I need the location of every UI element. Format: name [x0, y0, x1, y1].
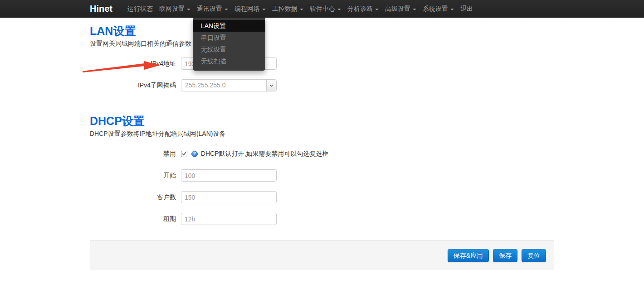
caret-down-icon	[300, 9, 303, 10]
nav-item-label: 通讯设置	[197, 5, 222, 13]
dhcp-disable-row: 禁用 ? DHCP默认打开,如果需要禁用可以勾选复选框	[90, 148, 554, 160]
nav-item-label: 退出	[460, 5, 473, 13]
dhcp-settings-section: DHCP设置 DHCP设置参数将IP地址分配给局域网(LAN)设备 禁用 ? D…	[90, 114, 554, 225]
comm-settings-dropdown: LAN设置 串口设置 无线设置 无线扫描	[193, 18, 265, 71]
nav-item-label: 系统设置	[423, 5, 448, 13]
nav-item-system-settings[interactable]: 系统设置	[420, 0, 457, 18]
caret-down-icon	[413, 9, 416, 10]
dropdown-item-wireless-settings[interactable]: 无线设置	[193, 43, 265, 55]
save-button[interactable]: 保存	[493, 249, 517, 262]
nav-item-logout[interactable]: 退出	[457, 0, 476, 18]
dhcp-clients-input[interactable]	[181, 191, 277, 203]
caret-down-icon	[375, 9, 379, 10]
dhcp-disable-checkbox[interactable]	[181, 151, 187, 157]
chevron-down-icon	[266, 80, 276, 91]
dropdown-item-wireless-scan[interactable]: 无线扫描	[193, 55, 265, 67]
red-arrow-annotation	[83, 61, 161, 73]
ipv4-netmask-value: 255.255.255.0	[181, 80, 266, 91]
nav-item-software-center[interactable]: 软件中心	[307, 0, 344, 18]
ipv4-netmask-label: IPv4子网掩码	[90, 82, 181, 90]
dropdown-item-lan-settings[interactable]: LAN设置	[193, 20, 265, 32]
nav-item-label: 分析诊断	[347, 5, 373, 13]
dhcp-section-description: DHCP设置参数将IP地址分配给局域网(LAN)设备	[90, 130, 554, 138]
nav-item-label: 运行状态	[127, 5, 153, 13]
ipv4-netmask-select[interactable]: 255.255.255.0	[181, 79, 277, 91]
dhcp-clients-row: 客户数	[90, 191, 554, 203]
actions-bar: 保存&应用 保存 复位	[90, 240, 554, 270]
nav-item-run-status[interactable]: 运行状态	[124, 0, 156, 18]
nav-item-programming-network[interactable]: 编程网络	[231, 0, 269, 18]
nav-item-label: 联网设置	[159, 5, 185, 13]
brand-logo[interactable]: Hinet	[90, 0, 112, 18]
dhcp-start-label: 开始	[90, 172, 181, 180]
caret-down-icon	[224, 9, 228, 10]
dhcp-start-input[interactable]	[181, 169, 277, 182]
nav-item-analysis-diagnosis[interactable]: 分析诊断	[344, 0, 382, 18]
main-menu: 运行状态 联网设置 通讯设置 LAN设置 串口设置 无线设置 无线扫描 编程网络…	[124, 0, 476, 18]
dhcp-disable-help-text: DHCP默认打开,如果需要禁用可以勾选复选框	[201, 150, 329, 158]
dropdown-item-serial-settings[interactable]: 串口设置	[193, 32, 265, 43]
checkmark-icon	[182, 152, 186, 156]
dhcp-lease-input[interactable]	[181, 213, 277, 225]
nav-item-label: 高级设置	[385, 5, 410, 13]
nav-item-advanced-settings[interactable]: 高级设置	[382, 0, 420, 18]
nav-item-industrial-data[interactable]: 工控数据	[269, 0, 307, 18]
navbar-inner: Hinet 运行状态 联网设置 通讯设置 LAN设置 串口设置 无线设置 无线扫…	[90, 0, 554, 18]
ipv4-netmask-row: IPv4子网掩码 255.255.255.0	[90, 79, 554, 91]
lan-section-description: 设置网关局域网端口相关的通信参数	[90, 40, 554, 48]
save-apply-button[interactable]: 保存&应用	[448, 249, 489, 262]
nav-item-comm-settings[interactable]: 通讯设置	[194, 0, 231, 18]
caret-down-icon	[262, 9, 266, 10]
dhcp-lease-row: 租期	[90, 213, 554, 225]
dhcp-start-row: 开始	[90, 169, 554, 182]
dhcp-section-title: DHCP设置	[90, 114, 554, 128]
dhcp-lease-label: 租期	[90, 215, 181, 223]
dhcp-clients-label: 客户数	[90, 193, 181, 201]
caret-down-icon	[450, 9, 454, 10]
nav-item-label: 工控数据	[272, 5, 298, 13]
lan-settings-section: LAN设置 设置网关局域网端口相关的通信参数 IPv4地址 IPv4子网掩码 2…	[90, 18, 554, 91]
nav-item-network-settings[interactable]: 联网设置	[156, 0, 194, 18]
caret-down-icon	[187, 9, 190, 10]
caret-down-icon	[337, 9, 341, 10]
nav-item-label: 编程网络	[234, 5, 260, 13]
reset-button[interactable]: 复位	[522, 249, 546, 262]
top-navbar: Hinet 运行状态 联网设置 通讯设置 LAN设置 串口设置 无线设置 无线扫…	[0, 0, 644, 18]
help-icon: ?	[191, 151, 198, 157]
dhcp-disable-label: 禁用	[90, 150, 181, 158]
lan-section-title: LAN设置	[90, 24, 554, 38]
page-content: LAN设置 设置网关局域网端口相关的通信参数 IPv4地址 IPv4子网掩码 2…	[90, 18, 554, 270]
nav-item-label: 软件中心	[310, 5, 335, 13]
